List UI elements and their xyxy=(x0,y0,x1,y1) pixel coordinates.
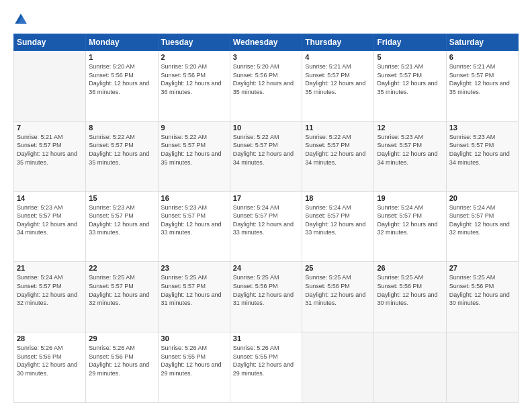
day-info: Sunrise: 5:24 AMSunset: 5:57 PMDaylight:… xyxy=(17,273,83,307)
day-number: 22 xyxy=(89,264,154,272)
day-info: Sunrise: 5:20 AMSunset: 5:56 PMDaylight:… xyxy=(233,62,299,96)
day-info: Sunrise: 5:22 AMSunset: 5:57 PMDaylight:… xyxy=(305,133,371,167)
calendar-day-cell: 14Sunrise: 5:23 AMSunset: 5:57 PMDayligh… xyxy=(14,191,86,262)
calendar-day-cell xyxy=(446,332,518,403)
calendar-day-cell xyxy=(302,332,374,403)
calendar-day-cell: 18Sunrise: 5:24 AMSunset: 5:57 PMDayligh… xyxy=(302,191,374,262)
calendar-week-row: 1Sunrise: 5:20 AMSunset: 5:56 PMDaylight… xyxy=(14,51,519,122)
day-info: Sunrise: 5:24 AMSunset: 5:57 PMDaylight:… xyxy=(233,203,299,237)
day-of-week-header: Monday xyxy=(86,34,158,51)
calendar-table: SundayMondayTuesdayWednesdayThursdayFrid… xyxy=(13,34,519,403)
day-of-week-header: Wednesday xyxy=(230,34,302,51)
day-info: Sunrise: 5:25 AMSunset: 5:56 PMDaylight:… xyxy=(377,273,443,307)
calendar-day-cell: 22Sunrise: 5:25 AMSunset: 5:57 PMDayligh… xyxy=(86,262,158,332)
calendar-day-cell: 4Sunrise: 5:21 AMSunset: 5:57 PMDaylight… xyxy=(302,51,374,122)
day-number: 29 xyxy=(89,334,154,342)
day-number: 5 xyxy=(377,53,443,61)
calendar-day-cell: 30Sunrise: 5:26 AMSunset: 5:55 PMDayligh… xyxy=(158,332,230,403)
calendar-day-cell: 28Sunrise: 5:26 AMSunset: 5:56 PMDayligh… xyxy=(14,332,86,403)
calendar-day-cell: 20Sunrise: 5:24 AMSunset: 5:57 PMDayligh… xyxy=(446,191,518,262)
day-info: Sunrise: 5:21 AMSunset: 5:57 PMDaylight:… xyxy=(305,62,371,96)
day-info: Sunrise: 5:25 AMSunset: 5:57 PMDaylight:… xyxy=(161,273,227,307)
day-number: 16 xyxy=(161,194,227,202)
day-info: Sunrise: 5:21 AMSunset: 5:57 PMDaylight:… xyxy=(449,62,515,96)
calendar-day-cell: 25Sunrise: 5:25 AMSunset: 5:56 PMDayligh… xyxy=(302,262,374,332)
day-info: Sunrise: 5:23 AMSunset: 5:57 PMDaylight:… xyxy=(89,203,154,237)
calendar-day-cell: 13Sunrise: 5:23 AMSunset: 5:57 PMDayligh… xyxy=(446,121,518,191)
header xyxy=(13,12,519,27)
calendar-day-cell: 11Sunrise: 5:22 AMSunset: 5:57 PMDayligh… xyxy=(302,121,374,191)
calendar-day-cell: 12Sunrise: 5:23 AMSunset: 5:57 PMDayligh… xyxy=(374,121,446,191)
day-info: Sunrise: 5:21 AMSunset: 5:57 PMDaylight:… xyxy=(377,62,443,96)
day-info: Sunrise: 5:26 AMSunset: 5:56 PMDaylight:… xyxy=(17,344,83,377)
calendar-day-cell: 31Sunrise: 5:26 AMSunset: 5:55 PMDayligh… xyxy=(230,332,302,403)
day-info: Sunrise: 5:20 AMSunset: 5:56 PMDaylight:… xyxy=(89,62,154,96)
day-number: 9 xyxy=(161,124,227,132)
day-number: 10 xyxy=(233,124,299,132)
calendar-day-cell: 5Sunrise: 5:21 AMSunset: 5:57 PMDaylight… xyxy=(374,51,446,122)
calendar-day-cell: 2Sunrise: 5:20 AMSunset: 5:56 PMDaylight… xyxy=(158,51,230,122)
calendar-day-cell: 9Sunrise: 5:22 AMSunset: 5:57 PMDaylight… xyxy=(158,121,230,191)
day-number: 7 xyxy=(17,124,83,132)
calendar-day-cell: 16Sunrise: 5:23 AMSunset: 5:57 PMDayligh… xyxy=(158,191,230,262)
day-number: 11 xyxy=(305,124,371,132)
calendar-week-row: 7Sunrise: 5:21 AMSunset: 5:57 PMDaylight… xyxy=(14,121,519,191)
calendar-day-cell: 3Sunrise: 5:20 AMSunset: 5:56 PMDaylight… xyxy=(230,51,302,122)
day-of-week-header: Sunday xyxy=(14,34,86,51)
calendar-header-row: SundayMondayTuesdayWednesdayThursdayFrid… xyxy=(14,34,519,51)
logo-icon xyxy=(13,12,28,27)
calendar-day-cell xyxy=(374,332,446,403)
day-number: 21 xyxy=(17,264,83,272)
day-number: 18 xyxy=(305,194,371,202)
calendar-day-cell: 24Sunrise: 5:25 AMSunset: 5:56 PMDayligh… xyxy=(230,262,302,332)
calendar-day-cell: 23Sunrise: 5:25 AMSunset: 5:57 PMDayligh… xyxy=(158,262,230,332)
day-number: 23 xyxy=(161,264,227,272)
calendar-day-cell xyxy=(14,51,86,122)
day-info: Sunrise: 5:22 AMSunset: 5:57 PMDaylight:… xyxy=(233,133,299,167)
calendar-day-cell: 8Sunrise: 5:22 AMSunset: 5:57 PMDaylight… xyxy=(86,121,158,191)
calendar-day-cell: 19Sunrise: 5:24 AMSunset: 5:57 PMDayligh… xyxy=(374,191,446,262)
day-number: 2 xyxy=(161,53,227,61)
day-info: Sunrise: 5:20 AMSunset: 5:56 PMDaylight:… xyxy=(161,62,227,96)
day-number: 26 xyxy=(377,264,443,272)
day-number: 19 xyxy=(377,194,443,202)
calendar-day-cell: 6Sunrise: 5:21 AMSunset: 5:57 PMDaylight… xyxy=(446,51,518,122)
calendar-day-cell: 26Sunrise: 5:25 AMSunset: 5:56 PMDayligh… xyxy=(374,262,446,332)
day-number: 15 xyxy=(89,194,154,202)
day-of-week-header: Tuesday xyxy=(158,34,230,51)
calendar-week-row: 28Sunrise: 5:26 AMSunset: 5:56 PMDayligh… xyxy=(14,332,519,403)
day-info: Sunrise: 5:26 AMSunset: 5:55 PMDaylight:… xyxy=(233,344,299,377)
calendar-day-cell: 15Sunrise: 5:23 AMSunset: 5:57 PMDayligh… xyxy=(86,191,158,262)
day-number: 25 xyxy=(305,264,371,272)
day-info: Sunrise: 5:22 AMSunset: 5:57 PMDaylight:… xyxy=(89,133,154,167)
day-number: 14 xyxy=(17,194,83,202)
calendar-day-cell: 17Sunrise: 5:24 AMSunset: 5:57 PMDayligh… xyxy=(230,191,302,262)
day-info: Sunrise: 5:22 AMSunset: 5:57 PMDaylight:… xyxy=(161,133,227,167)
day-info: Sunrise: 5:24 AMSunset: 5:57 PMDaylight:… xyxy=(305,203,371,237)
calendar-day-cell: 27Sunrise: 5:25 AMSunset: 5:56 PMDayligh… xyxy=(446,262,518,332)
day-info: Sunrise: 5:24 AMSunset: 5:57 PMDaylight:… xyxy=(449,203,515,237)
day-number: 8 xyxy=(89,124,154,132)
day-of-week-header: Saturday xyxy=(446,34,518,51)
day-of-week-header: Thursday xyxy=(302,34,374,51)
day-number: 13 xyxy=(449,124,515,132)
calendar-day-cell: 7Sunrise: 5:21 AMSunset: 5:57 PMDaylight… xyxy=(14,121,86,191)
day-info: Sunrise: 5:26 AMSunset: 5:56 PMDaylight:… xyxy=(89,344,154,377)
day-info: Sunrise: 5:24 AMSunset: 5:57 PMDaylight:… xyxy=(377,203,443,237)
calendar-day-cell: 29Sunrise: 5:26 AMSunset: 5:56 PMDayligh… xyxy=(86,332,158,403)
day-info: Sunrise: 5:25 AMSunset: 5:56 PMDaylight:… xyxy=(305,273,371,307)
day-info: Sunrise: 5:25 AMSunset: 5:57 PMDaylight:… xyxy=(89,273,154,307)
day-info: Sunrise: 5:23 AMSunset: 5:57 PMDaylight:… xyxy=(161,203,227,237)
day-number: 31 xyxy=(233,334,299,342)
day-of-week-header: Friday xyxy=(374,34,446,51)
day-info: Sunrise: 5:23 AMSunset: 5:57 PMDaylight:… xyxy=(377,133,443,167)
day-number: 30 xyxy=(161,334,227,342)
calendar-week-row: 14Sunrise: 5:23 AMSunset: 5:57 PMDayligh… xyxy=(14,191,519,262)
day-info: Sunrise: 5:23 AMSunset: 5:57 PMDaylight:… xyxy=(17,203,83,237)
calendar-day-cell: 21Sunrise: 5:24 AMSunset: 5:57 PMDayligh… xyxy=(14,262,86,332)
day-info: Sunrise: 5:25 AMSunset: 5:56 PMDaylight:… xyxy=(233,273,299,307)
logo xyxy=(13,12,31,27)
day-number: 3 xyxy=(233,53,299,61)
day-info: Sunrise: 5:25 AMSunset: 5:56 PMDaylight:… xyxy=(449,273,515,307)
calendar-week-row: 21Sunrise: 5:24 AMSunset: 5:57 PMDayligh… xyxy=(14,262,519,332)
